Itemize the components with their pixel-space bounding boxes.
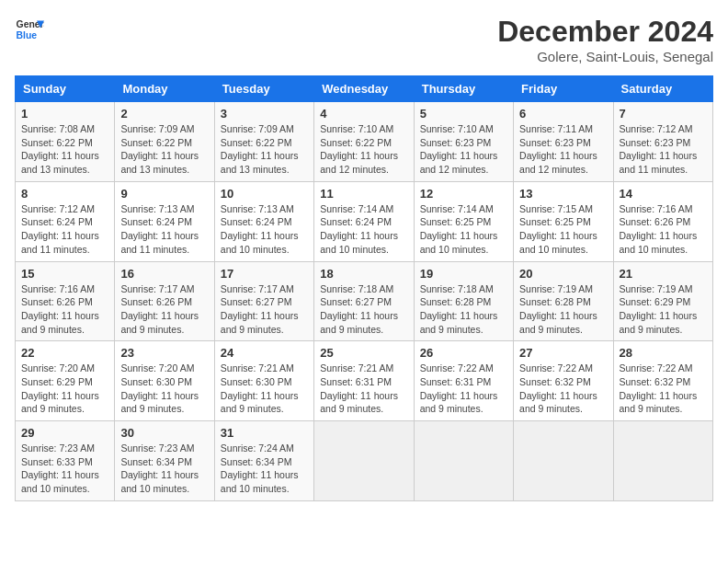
day-info: Sunrise: 7:17 AM Sunset: 6:26 PM Dayligh… [120, 282, 208, 337]
day-number: 4 [320, 107, 407, 121]
day-info: Sunrise: 7:23 AM Sunset: 6:34 PM Dayligh… [120, 442, 208, 496]
day-info: Sunrise: 7:17 AM Sunset: 6:27 PM Dayligh… [221, 282, 308, 337]
calendar-cell-16: 16 Sunrise: 7:17 AM Sunset: 6:26 PM Dayl… [115, 261, 214, 341]
calendar-cell-1: 1 Sunrise: 7:08 AM Sunset: 6:22 PM Dayli… [16, 102, 115, 182]
calendar-cell-31: 31 Sunrise: 7:24 AM Sunset: 6:34 PM Dayl… [214, 421, 313, 501]
day-info: Sunrise: 7:09 AM Sunset: 6:22 PM Dayligh… [221, 122, 308, 177]
day-number: 13 [519, 187, 607, 201]
day-number: 28 [620, 346, 707, 360]
day-number: 15 [21, 267, 108, 281]
calendar-cell-27: 27 Sunrise: 7:22 AM Sunset: 6:32 PM Dayl… [514, 341, 613, 421]
day-info: Sunrise: 7:20 AM Sunset: 6:30 PM Dayligh… [120, 362, 208, 416]
day-info: Sunrise: 7:21 AM Sunset: 6:31 PM Dayligh… [320, 362, 407, 416]
svg-text:Blue: Blue [17, 30, 38, 40]
calendar-cell-17: 17 Sunrise: 7:17 AM Sunset: 6:27 PM Dayl… [214, 261, 313, 341]
day-info: Sunrise: 7:22 AM Sunset: 6:31 PM Dayligh… [420, 362, 507, 416]
calendar-cell-7: 7 Sunrise: 7:12 AM Sunset: 6:23 PM Dayli… [613, 102, 712, 182]
day-number: 5 [420, 107, 507, 121]
day-number: 11 [320, 187, 407, 201]
day-info: Sunrise: 7:12 AM Sunset: 6:24 PM Dayligh… [21, 202, 108, 257]
calendar-cell-24: 24 Sunrise: 7:21 AM Sunset: 6:30 PM Dayl… [214, 341, 313, 421]
header-wednesday: Wednesday [314, 76, 414, 102]
calendar-cell-2: 2 Sunrise: 7:09 AM Sunset: 6:22 PM Dayli… [115, 102, 214, 182]
day-info: Sunrise: 7:14 AM Sunset: 6:24 PM Dayligh… [320, 202, 407, 257]
day-info: Sunrise: 7:24 AM Sunset: 6:34 PM Dayligh… [221, 442, 308, 496]
calendar-cell-empty [514, 421, 613, 501]
calendar-cell-14: 14 Sunrise: 7:16 AM Sunset: 6:26 PM Dayl… [613, 181, 712, 261]
header-saturday: Saturday [613, 76, 712, 102]
day-number: 25 [320, 346, 407, 360]
day-info: Sunrise: 7:22 AM Sunset: 6:32 PM Dayligh… [620, 362, 707, 416]
day-info: Sunrise: 7:19 AM Sunset: 6:29 PM Dayligh… [620, 282, 707, 337]
day-number: 18 [320, 267, 407, 281]
calendar-cell-3: 3 Sunrise: 7:09 AM Sunset: 6:22 PM Dayli… [214, 102, 313, 182]
day-info: Sunrise: 7:09 AM Sunset: 6:22 PM Dayligh… [120, 122, 208, 177]
header-thursday: Thursday [414, 76, 513, 102]
day-info: Sunrise: 7:23 AM Sunset: 6:33 PM Dayligh… [21, 442, 108, 496]
day-info: Sunrise: 7:19 AM Sunset: 6:28 PM Dayligh… [519, 282, 607, 337]
calendar-cell-30: 30 Sunrise: 7:23 AM Sunset: 6:34 PM Dayl… [115, 421, 214, 501]
calendar-cell-25: 25 Sunrise: 7:21 AM Sunset: 6:31 PM Dayl… [314, 341, 414, 421]
day-number: 26 [420, 346, 507, 360]
day-info: Sunrise: 7:20 AM Sunset: 6:29 PM Dayligh… [21, 362, 108, 416]
day-number: 1 [21, 107, 108, 121]
day-info: Sunrise: 7:18 AM Sunset: 6:28 PM Dayligh… [420, 282, 507, 337]
day-info: Sunrise: 7:22 AM Sunset: 6:32 PM Dayligh… [519, 362, 607, 416]
day-info: Sunrise: 7:21 AM Sunset: 6:30 PM Dayligh… [221, 362, 308, 416]
calendar-cell-29: 29 Sunrise: 7:23 AM Sunset: 6:33 PM Dayl… [16, 421, 115, 501]
calendar-cell-11: 11 Sunrise: 7:14 AM Sunset: 6:24 PM Dayl… [314, 181, 414, 261]
calendar-cell-13: 13 Sunrise: 7:15 AM Sunset: 6:25 PM Dayl… [514, 181, 613, 261]
calendar-cell-10: 10 Sunrise: 7:13 AM Sunset: 6:24 PM Dayl… [214, 181, 313, 261]
calendar-week-row: 15 Sunrise: 7:16 AM Sunset: 6:26 PM Dayl… [16, 261, 713, 341]
day-info: Sunrise: 7:10 AM Sunset: 6:22 PM Dayligh… [320, 122, 407, 177]
calendar-cell-6: 6 Sunrise: 7:11 AM Sunset: 6:23 PM Dayli… [514, 102, 613, 182]
header-tuesday: Tuesday [214, 76, 313, 102]
day-info: Sunrise: 7:14 AM Sunset: 6:25 PM Dayligh… [420, 202, 507, 257]
header-sunday: Sunday [16, 76, 115, 102]
calendar-cell-19: 19 Sunrise: 7:18 AM Sunset: 6:28 PM Dayl… [414, 261, 513, 341]
day-number: 17 [221, 267, 308, 281]
calendar-week-row: 22 Sunrise: 7:20 AM Sunset: 6:29 PM Dayl… [16, 341, 713, 421]
day-number: 12 [420, 187, 507, 201]
calendar-cell-8: 8 Sunrise: 7:12 AM Sunset: 6:24 PM Dayli… [16, 181, 115, 261]
calendar-header-row: Sunday Monday Tuesday Wednesday Thursday… [16, 76, 713, 102]
day-info: Sunrise: 7:15 AM Sunset: 6:25 PM Dayligh… [519, 202, 607, 257]
subtitle: Golere, Saint-Louis, Senegal [497, 49, 713, 64]
day-info: Sunrise: 7:12 AM Sunset: 6:23 PM Dayligh… [620, 122, 707, 177]
day-number: 30 [120, 426, 208, 440]
day-info: Sunrise: 7:18 AM Sunset: 6:27 PM Dayligh… [320, 282, 407, 337]
day-number: 7 [620, 107, 707, 121]
title-block: December 2024 Golere, Saint-Louis, Seneg… [497, 15, 713, 64]
day-number: 21 [620, 267, 707, 281]
day-number: 3 [221, 107, 308, 121]
day-info: Sunrise: 7:16 AM Sunset: 6:26 PM Dayligh… [620, 202, 707, 257]
day-number: 19 [420, 267, 507, 281]
day-info: Sunrise: 7:08 AM Sunset: 6:22 PM Dayligh… [21, 122, 108, 177]
calendar-week-row: 8 Sunrise: 7:12 AM Sunset: 6:24 PM Dayli… [16, 181, 713, 261]
day-number: 24 [221, 346, 308, 360]
calendar-cell-22: 22 Sunrise: 7:20 AM Sunset: 6:29 PM Dayl… [16, 341, 115, 421]
day-number: 20 [519, 267, 607, 281]
calendar-cell-9: 9 Sunrise: 7:13 AM Sunset: 6:24 PM Dayli… [115, 181, 214, 261]
calendar-cell-empty [414, 421, 513, 501]
calendar-cell-empty [613, 421, 712, 501]
day-info: Sunrise: 7:10 AM Sunset: 6:23 PM Dayligh… [420, 122, 507, 177]
calendar-cell-20: 20 Sunrise: 7:19 AM Sunset: 6:28 PM Dayl… [514, 261, 613, 341]
calendar-cell-5: 5 Sunrise: 7:10 AM Sunset: 6:23 PM Dayli… [414, 102, 513, 182]
day-number: 27 [519, 346, 607, 360]
page-header: General Blue December 2024 Golere, Saint… [15, 15, 713, 64]
calendar-cell-26: 26 Sunrise: 7:22 AM Sunset: 6:31 PM Dayl… [414, 341, 513, 421]
day-number: 2 [120, 107, 208, 121]
calendar-week-row: 29 Sunrise: 7:23 AM Sunset: 6:33 PM Dayl… [16, 421, 713, 501]
day-number: 22 [21, 346, 108, 360]
logo-icon: General Blue [15, 15, 44, 44]
day-info: Sunrise: 7:16 AM Sunset: 6:26 PM Dayligh… [21, 282, 108, 337]
day-number: 9 [120, 187, 208, 201]
day-number: 16 [120, 267, 208, 281]
header-friday: Friday [514, 76, 613, 102]
day-number: 8 [21, 187, 108, 201]
calendar-cell-18: 18 Sunrise: 7:18 AM Sunset: 6:27 PM Dayl… [314, 261, 414, 341]
calendar-week-row: 1 Sunrise: 7:08 AM Sunset: 6:22 PM Dayli… [16, 102, 713, 182]
calendar-cell-empty [314, 421, 414, 501]
calendar-cell-15: 15 Sunrise: 7:16 AM Sunset: 6:26 PM Dayl… [16, 261, 115, 341]
